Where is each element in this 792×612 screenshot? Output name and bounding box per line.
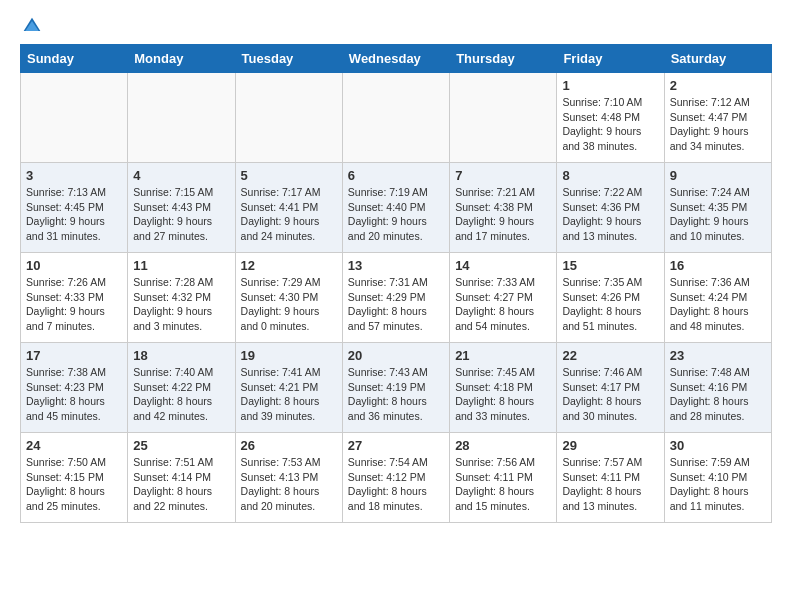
day-number: 21 (455, 348, 551, 363)
calendar-cell: 18Sunrise: 7:40 AM Sunset: 4:22 PM Dayli… (128, 343, 235, 433)
calendar-cell: 30Sunrise: 7:59 AM Sunset: 4:10 PM Dayli… (664, 433, 771, 523)
day-info: Sunrise: 7:19 AM Sunset: 4:40 PM Dayligh… (348, 185, 444, 244)
day-info: Sunrise: 7:57 AM Sunset: 4:11 PM Dayligh… (562, 455, 658, 514)
calendar-cell: 11Sunrise: 7:28 AM Sunset: 4:32 PM Dayli… (128, 253, 235, 343)
calendar-week-row: 10Sunrise: 7:26 AM Sunset: 4:33 PM Dayli… (21, 253, 772, 343)
column-header-saturday: Saturday (664, 45, 771, 73)
day-info: Sunrise: 7:59 AM Sunset: 4:10 PM Dayligh… (670, 455, 766, 514)
day-number: 23 (670, 348, 766, 363)
calendar-cell: 8Sunrise: 7:22 AM Sunset: 4:36 PM Daylig… (557, 163, 664, 253)
day-info: Sunrise: 7:22 AM Sunset: 4:36 PM Dayligh… (562, 185, 658, 244)
day-info: Sunrise: 7:35 AM Sunset: 4:26 PM Dayligh… (562, 275, 658, 334)
day-number: 4 (133, 168, 229, 183)
day-number: 28 (455, 438, 551, 453)
day-info: Sunrise: 7:38 AM Sunset: 4:23 PM Dayligh… (26, 365, 122, 424)
logo-icon (22, 16, 42, 36)
column-header-wednesday: Wednesday (342, 45, 449, 73)
calendar-cell (21, 73, 128, 163)
day-info: Sunrise: 7:13 AM Sunset: 4:45 PM Dayligh… (26, 185, 122, 244)
day-info: Sunrise: 7:36 AM Sunset: 4:24 PM Dayligh… (670, 275, 766, 334)
calendar-cell (342, 73, 449, 163)
day-number: 10 (26, 258, 122, 273)
calendar-cell: 15Sunrise: 7:35 AM Sunset: 4:26 PM Dayli… (557, 253, 664, 343)
day-number: 29 (562, 438, 658, 453)
calendar-cell: 5Sunrise: 7:17 AM Sunset: 4:41 PM Daylig… (235, 163, 342, 253)
calendar-cell: 2Sunrise: 7:12 AM Sunset: 4:47 PM Daylig… (664, 73, 771, 163)
calendar-header-row: SundayMondayTuesdayWednesdayThursdayFrid… (21, 45, 772, 73)
calendar-cell: 25Sunrise: 7:51 AM Sunset: 4:14 PM Dayli… (128, 433, 235, 523)
day-number: 22 (562, 348, 658, 363)
calendar-cell: 13Sunrise: 7:31 AM Sunset: 4:29 PM Dayli… (342, 253, 449, 343)
day-info: Sunrise: 7:10 AM Sunset: 4:48 PM Dayligh… (562, 95, 658, 154)
day-info: Sunrise: 7:28 AM Sunset: 4:32 PM Dayligh… (133, 275, 229, 334)
calendar-cell: 7Sunrise: 7:21 AM Sunset: 4:38 PM Daylig… (450, 163, 557, 253)
day-number: 16 (670, 258, 766, 273)
day-number: 8 (562, 168, 658, 183)
day-number: 6 (348, 168, 444, 183)
day-number: 5 (241, 168, 337, 183)
calendar-cell: 4Sunrise: 7:15 AM Sunset: 4:43 PM Daylig… (128, 163, 235, 253)
calendar-week-row: 3Sunrise: 7:13 AM Sunset: 4:45 PM Daylig… (21, 163, 772, 253)
page-header (20, 16, 772, 36)
calendar-week-row: 1Sunrise: 7:10 AM Sunset: 4:48 PM Daylig… (21, 73, 772, 163)
calendar-cell: 12Sunrise: 7:29 AM Sunset: 4:30 PM Dayli… (235, 253, 342, 343)
calendar-cell: 22Sunrise: 7:46 AM Sunset: 4:17 PM Dayli… (557, 343, 664, 433)
day-number: 17 (26, 348, 122, 363)
day-number: 15 (562, 258, 658, 273)
day-info: Sunrise: 7:15 AM Sunset: 4:43 PM Dayligh… (133, 185, 229, 244)
column-header-sunday: Sunday (21, 45, 128, 73)
calendar-cell: 27Sunrise: 7:54 AM Sunset: 4:12 PM Dayli… (342, 433, 449, 523)
calendar-cell: 26Sunrise: 7:53 AM Sunset: 4:13 PM Dayli… (235, 433, 342, 523)
calendar-cell: 1Sunrise: 7:10 AM Sunset: 4:48 PM Daylig… (557, 73, 664, 163)
day-info: Sunrise: 7:24 AM Sunset: 4:35 PM Dayligh… (670, 185, 766, 244)
day-number: 14 (455, 258, 551, 273)
day-number: 19 (241, 348, 337, 363)
calendar-cell: 21Sunrise: 7:45 AM Sunset: 4:18 PM Dayli… (450, 343, 557, 433)
day-info: Sunrise: 7:50 AM Sunset: 4:15 PM Dayligh… (26, 455, 122, 514)
day-number: 25 (133, 438, 229, 453)
day-number: 3 (26, 168, 122, 183)
day-info: Sunrise: 7:48 AM Sunset: 4:16 PM Dayligh… (670, 365, 766, 424)
calendar-table: SundayMondayTuesdayWednesdayThursdayFrid… (20, 44, 772, 523)
calendar-cell: 20Sunrise: 7:43 AM Sunset: 4:19 PM Dayli… (342, 343, 449, 433)
day-number: 9 (670, 168, 766, 183)
day-number: 30 (670, 438, 766, 453)
day-info: Sunrise: 7:56 AM Sunset: 4:11 PM Dayligh… (455, 455, 551, 514)
day-info: Sunrise: 7:40 AM Sunset: 4:22 PM Dayligh… (133, 365, 229, 424)
day-info: Sunrise: 7:31 AM Sunset: 4:29 PM Dayligh… (348, 275, 444, 334)
calendar-cell: 14Sunrise: 7:33 AM Sunset: 4:27 PM Dayli… (450, 253, 557, 343)
calendar-cell: 23Sunrise: 7:48 AM Sunset: 4:16 PM Dayli… (664, 343, 771, 433)
day-number: 11 (133, 258, 229, 273)
day-info: Sunrise: 7:43 AM Sunset: 4:19 PM Dayligh… (348, 365, 444, 424)
day-number: 18 (133, 348, 229, 363)
day-number: 27 (348, 438, 444, 453)
calendar-cell: 29Sunrise: 7:57 AM Sunset: 4:11 PM Dayli… (557, 433, 664, 523)
day-info: Sunrise: 7:46 AM Sunset: 4:17 PM Dayligh… (562, 365, 658, 424)
column-header-thursday: Thursday (450, 45, 557, 73)
calendar-cell: 19Sunrise: 7:41 AM Sunset: 4:21 PM Dayli… (235, 343, 342, 433)
column-header-tuesday: Tuesday (235, 45, 342, 73)
column-header-monday: Monday (128, 45, 235, 73)
calendar-cell: 28Sunrise: 7:56 AM Sunset: 4:11 PM Dayli… (450, 433, 557, 523)
calendar-week-row: 17Sunrise: 7:38 AM Sunset: 4:23 PM Dayli… (21, 343, 772, 433)
day-number: 26 (241, 438, 337, 453)
calendar-cell (235, 73, 342, 163)
day-info: Sunrise: 7:17 AM Sunset: 4:41 PM Dayligh… (241, 185, 337, 244)
day-info: Sunrise: 7:12 AM Sunset: 4:47 PM Dayligh… (670, 95, 766, 154)
calendar-cell: 24Sunrise: 7:50 AM Sunset: 4:15 PM Dayli… (21, 433, 128, 523)
calendar-cell: 17Sunrise: 7:38 AM Sunset: 4:23 PM Dayli… (21, 343, 128, 433)
calendar-cell: 6Sunrise: 7:19 AM Sunset: 4:40 PM Daylig… (342, 163, 449, 253)
calendar-cell: 10Sunrise: 7:26 AM Sunset: 4:33 PM Dayli… (21, 253, 128, 343)
calendar-cell: 3Sunrise: 7:13 AM Sunset: 4:45 PM Daylig… (21, 163, 128, 253)
day-number: 24 (26, 438, 122, 453)
day-number: 12 (241, 258, 337, 273)
calendar-cell: 9Sunrise: 7:24 AM Sunset: 4:35 PM Daylig… (664, 163, 771, 253)
day-number: 7 (455, 168, 551, 183)
day-info: Sunrise: 7:45 AM Sunset: 4:18 PM Dayligh… (455, 365, 551, 424)
calendar-cell (450, 73, 557, 163)
calendar-cell (128, 73, 235, 163)
calendar-week-row: 24Sunrise: 7:50 AM Sunset: 4:15 PM Dayli… (21, 433, 772, 523)
day-info: Sunrise: 7:41 AM Sunset: 4:21 PM Dayligh… (241, 365, 337, 424)
day-info: Sunrise: 7:26 AM Sunset: 4:33 PM Dayligh… (26, 275, 122, 334)
day-info: Sunrise: 7:33 AM Sunset: 4:27 PM Dayligh… (455, 275, 551, 334)
